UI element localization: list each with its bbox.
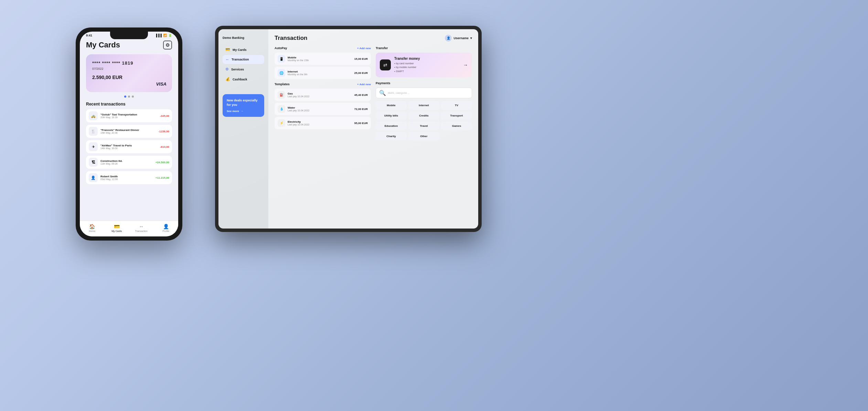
deals-see-more[interactable]: See more →	[227, 110, 260, 113]
wifi-icon: 📶	[163, 34, 167, 37]
content-columns: AutoPay + Add new 📱 Mobile Monthly on th…	[275, 46, 472, 141]
table-row[interactable]: 🍴 "Francois" Restaurant Dinner 15th May,…	[86, 125, 172, 138]
transfer-subtitle-line2: • by mobile number	[394, 65, 460, 69]
services-icon: ⚙	[225, 67, 229, 71]
dot-2[interactable]	[128, 96, 130, 98]
tx-date: 20th May, 18:39	[100, 116, 157, 119]
payment-btn-education[interactable]: Education	[376, 122, 407, 130]
payment-btn-other[interactable]: Other	[408, 132, 439, 141]
list-item[interactable]: 💧 Water Last pay 10.04.2022 72,00 EUR	[275, 103, 371, 115]
tx-date: 15th May, 20:36	[100, 132, 156, 134]
payments-search[interactable]: 🔍 IBAN, categorie...	[376, 88, 472, 98]
user-badge[interactable]: 👤 Username ▾	[445, 35, 472, 42]
sidebar-item-transaction[interactable]: ↔ Transaction	[223, 55, 264, 64]
app-logo: Demo Banking	[223, 36, 264, 40]
transfer-title: Transfer	[376, 46, 388, 50]
phone-header: My Cards ⚙	[86, 41, 172, 49]
list-item[interactable]: 📱 Mobile Monthly on the 15th 15,00 EUR	[275, 53, 371, 65]
table-row[interactable]: ✈ "AirMax" Travel to Paris 14th May, 16:…	[86, 140, 172, 153]
page-title: Transaction	[275, 35, 307, 42]
nav-label-home: Home	[89, 230, 95, 232]
nav-item-profile[interactable]: 👤 Profile	[154, 224, 179, 232]
nav-item-my-cards[interactable]: 💳 My Cards	[105, 224, 129, 232]
template-item-amount: 72,00 EUR	[354, 108, 368, 111]
payment-btn-travel[interactable]: Travel	[408, 122, 439, 130]
table-row[interactable]: 🏗 Construction ltd. 11th May, 09:26 +24.…	[86, 156, 172, 169]
transfer-card[interactable]: ⇄ Transfer money • by card number • by m…	[376, 53, 472, 77]
nav-label-profile: Profile	[162, 230, 169, 232]
tablet-screen: Demo Banking 💳 My Cards ↔ Transaction ⚙ …	[218, 29, 478, 229]
arrow-icon: →	[240, 110, 243, 113]
payments-section: Payments 🔍 IBAN, categorie... Mobile Int…	[376, 81, 472, 141]
deals-banner[interactable]: New deals especially for you See more →	[223, 94, 264, 117]
tx-date: 11th May, 09:26	[100, 163, 153, 165]
templates-title: Templates	[275, 82, 290, 86]
tx-name: "Golub" Taxi Transportation	[100, 113, 157, 116]
sidebar-item-services[interactable]: ⚙ Services	[223, 65, 264, 74]
avatar: 👤	[445, 35, 452, 42]
water-icon: 💧	[278, 105, 285, 113]
electricity-icon: ⚡	[278, 119, 285, 127]
gear-icon[interactable]: ⚙	[163, 41, 172, 49]
dot-3[interactable]	[132, 96, 134, 98]
payment-btn-tv[interactable]: TV	[441, 101, 472, 110]
profile-icon: 👤	[163, 224, 169, 229]
autopay-item-name: Mobile	[288, 56, 352, 59]
transfer-card-title: Transfer money	[394, 57, 460, 60]
list-item[interactable]: ⚡ Electricity Last pay 10.04.2022 95,00 …	[275, 117, 371, 129]
table-row[interactable]: 👤 Robert Smith 03rd May, 12:06 +11.215,0…	[86, 171, 172, 184]
template-item-date: Last pay 10.04.2022	[288, 109, 352, 112]
sidebar-item-label: Cashback	[233, 78, 247, 81]
deals-title: New deals especially for you	[227, 98, 260, 107]
payment-btn-utility[interactable]: Utility bills	[376, 111, 407, 120]
transfer-arrow-icon: →	[463, 62, 468, 68]
nav-label-transaction: Transaction	[135, 230, 148, 232]
payment-btn-charity[interactable]: Charity	[376, 132, 407, 141]
search-input[interactable]: IBAN, categorie...	[388, 91, 469, 95]
dot-1[interactable]	[124, 96, 126, 98]
tx-amount: +11.215,00	[156, 176, 169, 179]
sidebar-item-label: My Cards	[233, 48, 247, 52]
list-item[interactable]: ⛽ Gas Last pay 10.04.2022 45,40 EUR	[275, 89, 371, 101]
payment-btn-mobile[interactable]: Mobile	[376, 101, 407, 110]
tx-icon-travel: ✈	[89, 142, 98, 151]
tx-icon-construction: 🏗	[89, 158, 98, 167]
templates-add-new[interactable]: + Add new	[357, 83, 371, 86]
payment-btn-credits[interactable]: Credits	[408, 111, 439, 120]
tx-name: Construction ltd.	[100, 159, 153, 163]
tx-name: Robert Smith	[100, 175, 153, 178]
phone-screen: 9:41 ▐▐▐ 📶 🔋 My Cards ⚙ **** **** **** 1…	[80, 32, 178, 236]
left-column: AutoPay + Add new 📱 Mobile Monthly on th…	[275, 46, 371, 141]
list-item[interactable]: 🌐 Internet Monthly on the 9th 25,00 EUR	[275, 67, 371, 79]
nav-item-transaction[interactable]: ↔ Transaction	[129, 224, 154, 232]
template-item-name: Electricity	[288, 120, 352, 123]
nav-label-mycards: My Cards	[111, 230, 122, 232]
payment-btn-transport[interactable]: Transport	[441, 111, 472, 120]
transaction-icon: ↔	[139, 224, 144, 229]
autopay-item-date: Monthly on the 9th	[288, 73, 352, 76]
payments-title: Payments	[376, 81, 390, 85]
credit-card[interactable]: **** **** **** 1819 07/2022 2.590,00 EUR…	[86, 54, 172, 92]
mobile-icon: 📱	[278, 55, 285, 63]
sidebar-item-my-cards[interactable]: 💳 My Cards	[223, 45, 264, 54]
template-item-name: Water	[288, 106, 352, 109]
cards-icon: 💳	[114, 224, 120, 229]
battery-icon: 🔋	[168, 34, 172, 37]
payments-section-header: Payments	[376, 81, 472, 85]
see-more-label: See more	[227, 110, 239, 113]
right-column: Transfer ⇄ Transfer money • by card numb…	[376, 46, 472, 141]
payment-btn-internet[interactable]: Internet	[408, 101, 439, 110]
sidebar-item-cashback[interactable]: 💰 Cashback	[223, 75, 264, 84]
tx-amount: -813,00	[160, 145, 169, 148]
phone-notch	[110, 32, 148, 39]
autopay-item-date: Monthly on the 15th	[288, 59, 352, 62]
template-item-name: Gas	[288, 92, 352, 95]
payment-btn-games[interactable]: Games	[441, 122, 472, 130]
nav-item-home[interactable]: 🏠 Home	[80, 224, 105, 232]
autopay-add-new[interactable]: + Add new	[357, 47, 371, 50]
tx-date: 03rd May, 12:06	[100, 178, 153, 180]
table-row[interactable]: 🚕 "Golub" Taxi Transportation 20th May, …	[86, 109, 172, 122]
payments-grid: Mobile Internet TV Utility bills Credits…	[376, 101, 472, 141]
bottom-navigation: 🏠 Home 💳 My Cards ↔ Transaction 👤 Profil…	[80, 221, 178, 236]
gas-icon: ⛽	[278, 91, 285, 99]
